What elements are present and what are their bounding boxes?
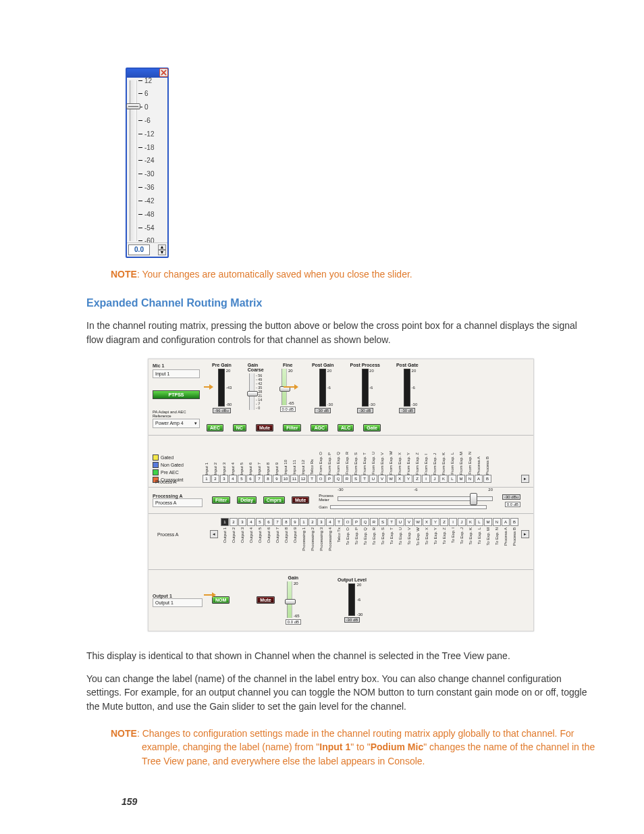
alc-button[interactable]: ALC xyxy=(338,424,354,432)
crosspoint-cell[interactable]: M xyxy=(484,518,492,526)
crosspoint-cell[interactable]: I xyxy=(449,518,457,526)
process-gain-value[interactable]: 0.0 dB xyxy=(505,502,520,507)
ptt-button[interactable]: PTPSS xyxy=(153,390,200,399)
crosspoint-cell[interactable]: L xyxy=(475,518,483,526)
crosspoint-cell[interactable]: 10 xyxy=(281,475,290,483)
crosspoint-cell[interactable]: Q xyxy=(361,518,369,526)
crosspoint-cell[interactable]: M xyxy=(457,475,465,483)
spin-down-icon[interactable]: ▼ xyxy=(158,250,166,255)
crosspoint-cell[interactable]: K xyxy=(439,475,448,483)
filter-button[interactable]: Filter xyxy=(212,496,230,504)
crosspoint-cell[interactable]: J xyxy=(431,475,439,483)
crosspoint-cell[interactable]: 3 xyxy=(317,518,325,526)
crosspoint-cell[interactable]: R xyxy=(343,475,351,483)
crosspoint-cell[interactable]: 2 xyxy=(211,475,219,483)
crosspoint-cell[interactable]: Y xyxy=(404,475,412,483)
crosspoint-cell[interactable]: 8 xyxy=(282,518,290,526)
crosspoint-cell[interactable]: 1 xyxy=(300,518,308,526)
mute-button[interactable]: Mute xyxy=(256,424,273,432)
crosspoint-cell[interactable]: 2 xyxy=(308,518,317,526)
crosspoint-cell[interactable]: Q xyxy=(334,475,342,483)
crosspoint-cell[interactable]: A xyxy=(502,518,510,526)
crosspoint-cell[interactable]: 7 xyxy=(255,475,263,483)
crosspoint-cell[interactable]: Z xyxy=(413,475,421,483)
crosspoint-cell[interactable]: O xyxy=(344,518,352,526)
crosspoint-cell[interactable]: 7 xyxy=(273,518,281,526)
crosspoint-cell[interactable]: 5 xyxy=(238,475,246,483)
gain-spin[interactable]: ▲ ▼ xyxy=(158,244,166,255)
crosspoint-cell[interactable]: 9 xyxy=(273,475,281,483)
crosspoint-cell[interactable]: 9 xyxy=(291,518,299,526)
crosspoint-cell[interactable]: Y xyxy=(431,518,439,526)
output-gain-slider[interactable]: Gain 20-65 0.0 dB xyxy=(284,574,302,626)
crosspoint-cell[interactable]: J xyxy=(458,518,466,526)
crosspoint-cell[interactable]: 6 xyxy=(265,518,273,526)
crosspoint-cell[interactable]: 1 xyxy=(203,475,211,483)
crosspoint-cell[interactable]: P xyxy=(325,475,333,483)
crosspoint-cell[interactable]: 6 xyxy=(246,475,254,483)
gain-slider-thumb[interactable] xyxy=(126,103,140,109)
gain-slider-track[interactable] xyxy=(130,80,137,241)
crosspoint-cell[interactable]: 8 xyxy=(264,475,272,483)
crosspoint-cell[interactable]: K xyxy=(466,518,475,526)
processing-name-field[interactable]: Process A xyxy=(153,498,203,507)
crosspoint-cell[interactable]: 4 xyxy=(247,518,255,526)
crosspoint-cell[interactable]: 3 xyxy=(220,475,228,483)
crosspoint-cell[interactable]: T xyxy=(308,475,316,483)
crosspoint-cell[interactable]: S xyxy=(379,518,387,526)
pa-reference-dropdown[interactable]: Power Amp 4 ▾ xyxy=(153,419,200,428)
crosspoint-cell[interactable]: X xyxy=(423,518,431,526)
crosspoint-cell[interactable]: P xyxy=(352,518,360,526)
process-gain-slider[interactable]: -30-620 xyxy=(338,492,493,504)
agc-button[interactable]: AGC xyxy=(311,424,328,432)
gain-coarse-slider[interactable]: Gain Coarse - 56- 49- 42- 35- 28- 21- 14… xyxy=(246,361,265,415)
crosspoint-cell[interactable]: S xyxy=(352,475,360,483)
gate-button[interactable]: Gate xyxy=(363,424,381,432)
crosspoint-cell[interactable]: 4 xyxy=(229,475,237,483)
crosspoint-cell[interactable]: B xyxy=(510,518,518,526)
crosspoint-cell[interactable]: 2 xyxy=(230,518,238,526)
nom-button[interactable]: NOM xyxy=(212,596,230,604)
crosspoint-cell[interactable]: 11 xyxy=(290,475,298,483)
output-name-field[interactable]: Output 1 xyxy=(153,598,203,607)
crosspoint-cell[interactable]: O xyxy=(317,475,325,483)
crosspoint-cell[interactable]: T xyxy=(360,475,369,483)
crosspoint-cell[interactable]: X xyxy=(396,475,404,483)
crosspoint-cell[interactable]: U xyxy=(369,475,377,483)
crosspoint-cell[interactable]: 12 xyxy=(299,475,307,483)
crosspoint-cell[interactable]: A xyxy=(475,475,483,483)
crosspoint-cell[interactable]: Z xyxy=(440,518,448,526)
crosspoint-cell[interactable]: R xyxy=(370,518,378,526)
crosspoint-cell[interactable]: W xyxy=(414,518,422,526)
input-name-field[interactable]: Input 1 xyxy=(153,369,200,378)
crosspoint-cell[interactable]: B xyxy=(483,475,491,483)
crosspoint-cell[interactable]: T xyxy=(335,518,343,526)
crosspoint-cell[interactable]: T xyxy=(387,518,396,526)
mute-button[interactable]: Mute xyxy=(292,496,309,504)
delay-button[interactable]: Delay xyxy=(237,496,257,504)
mute-button[interactable]: Mute xyxy=(257,596,274,604)
crosspoint-cell[interactable]: L xyxy=(448,475,456,483)
crosspoint-cell[interactable]: 5 xyxy=(256,518,264,526)
filter-button[interactable]: Filter xyxy=(283,424,301,432)
cmprs-button[interactable]: Cmprs xyxy=(263,496,285,504)
crosspoint-cell[interactable]: U xyxy=(396,518,404,526)
crosspoint-cell[interactable]: 4 xyxy=(326,518,334,526)
crosspoint-cell[interactable]: 3 xyxy=(238,518,246,526)
scroll-right-icon[interactable]: ▸ xyxy=(521,530,529,538)
scroll-right-icon[interactable]: ▸ xyxy=(521,475,529,483)
slider-titlebar[interactable] xyxy=(127,69,167,78)
crosspoint-cell[interactable]: V xyxy=(378,475,386,483)
crosspoint-cell[interactable]: 1 xyxy=(221,518,229,526)
crosspoint-cell[interactable]: N xyxy=(466,475,474,483)
aec-button[interactable]: AEC xyxy=(207,424,223,432)
crosspoint-cell[interactable]: W xyxy=(387,475,395,483)
crosspoint-cell[interactable]: V xyxy=(405,518,413,526)
crosspoint-cell[interactable]: I xyxy=(422,475,430,483)
spin-up-icon[interactable]: ▲ xyxy=(158,244,166,250)
close-icon[interactable] xyxy=(159,68,168,77)
scroll-left-icon[interactable]: ◂ xyxy=(210,530,218,538)
crosspoint-cell[interactable]: N xyxy=(493,518,501,526)
gain-value-field[interactable]: 0.0 xyxy=(128,244,150,255)
nc-button[interactable]: NC xyxy=(233,424,246,432)
